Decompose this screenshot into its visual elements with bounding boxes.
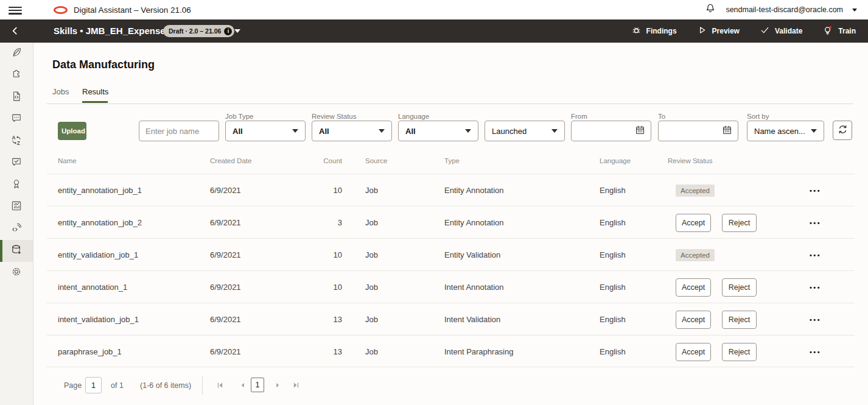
reject-button[interactable]: Reject bbox=[722, 278, 757, 297]
lightbulb-icon bbox=[822, 24, 834, 38]
table-row: intent_annotation_1 6/9/2021 10 Job Inte… bbox=[47, 270, 855, 303]
cell-type: Entity Validation bbox=[444, 239, 500, 271]
puzzle-icon bbox=[10, 68, 23, 83]
content: Data Manufacturing Jobs Results Upload J… bbox=[34, 43, 868, 405]
train-button[interactable]: Train bbox=[822, 24, 856, 38]
skill-breadcrumb-title: Skills • JMB_EH_Expenses bbox=[54, 26, 170, 36]
preview-button[interactable]: Preview bbox=[696, 24, 740, 38]
page-number-input[interactable] bbox=[85, 377, 102, 393]
reject-button[interactable]: Reject bbox=[722, 343, 757, 361]
cell-language: English bbox=[600, 271, 626, 303]
app-header: Digital Assistant – Version 21.06 sendma… bbox=[0, 0, 868, 19]
sidebar-item-resource-bundles[interactable]: AZ bbox=[0, 130, 33, 152]
cell-count: 3 bbox=[287, 206, 342, 239]
job-name-input[interactable] bbox=[139, 121, 219, 141]
cell-language: English bbox=[600, 336, 626, 368]
sidebar-item-dialog[interactable] bbox=[0, 108, 33, 130]
row-menu-icon[interactable]: ••• bbox=[810, 303, 821, 336]
sort-by-select[interactable]: Name ascen... bbox=[747, 121, 824, 141]
launch-status-value: Launched bbox=[492, 127, 527, 136]
play-icon bbox=[696, 24, 708, 38]
next-page-icon[interactable] bbox=[273, 378, 282, 392]
sidebar-item-entities[interactable] bbox=[0, 86, 33, 108]
cell-type: Entity Annotation bbox=[444, 174, 504, 206]
train-label: Train bbox=[838, 27, 856, 35]
upload-button[interactable]: Upload bbox=[58, 122, 86, 140]
cell-name: entity_annotation_job_2 bbox=[58, 206, 142, 239]
tab-results[interactable]: Results bbox=[82, 87, 108, 96]
chevron-down-icon bbox=[811, 129, 817, 133]
cell-count: 13 bbox=[287, 336, 342, 368]
language-select[interactable]: All bbox=[398, 121, 478, 141]
menu-icon[interactable] bbox=[9, 5, 22, 16]
calendar-icon[interactable] bbox=[721, 124, 733, 138]
quill-icon bbox=[10, 46, 23, 61]
skill-menu-caret-icon[interactable] bbox=[234, 29, 240, 33]
job-type-label: Job Type bbox=[225, 113, 253, 120]
pagination-divider bbox=[202, 376, 203, 395]
launch-status-select[interactable]: Launched bbox=[485, 121, 565, 141]
tab-jobs[interactable]: Jobs bbox=[52, 87, 69, 96]
row-menu-icon[interactable]: ••• bbox=[810, 336, 821, 368]
review-status-select[interactable]: All bbox=[312, 121, 392, 141]
check-icon bbox=[759, 24, 771, 38]
sidebar-item-intents[interactable] bbox=[0, 43, 33, 65]
cell-count: 13 bbox=[287, 303, 342, 336]
cell-type: Intent Paraphrasing bbox=[444, 336, 513, 368]
accept-button[interactable]: Accept bbox=[676, 311, 711, 329]
sidebar-item-skill-quality[interactable] bbox=[0, 174, 33, 196]
to-date-input[interactable] bbox=[658, 121, 738, 141]
svg-text:Z: Z bbox=[17, 140, 20, 146]
cell-created-date: 6/9/2021 bbox=[210, 239, 241, 271]
row-menu-icon[interactable]: ••• bbox=[810, 174, 821, 206]
col-header-name: Name bbox=[58, 157, 77, 164]
chevron-down-icon bbox=[551, 129, 558, 133]
refresh-button[interactable] bbox=[833, 121, 852, 140]
col-header-type: Type bbox=[444, 157, 460, 164]
row-menu-icon[interactable]: ••• bbox=[810, 271, 821, 303]
cell-source: Job bbox=[365, 336, 378, 368]
previous-page-icon[interactable] bbox=[237, 378, 247, 392]
items-range-label: (1-6 of 6 items) bbox=[140, 381, 191, 390]
sidebar-item-qna[interactable] bbox=[0, 152, 33, 174]
cell-source: Job bbox=[365, 239, 378, 271]
cell-language: English bbox=[600, 206, 626, 239]
reject-button[interactable]: Reject bbox=[722, 311, 757, 329]
sidebar-item-insights[interactable] bbox=[0, 196, 33, 218]
sidebar-item-data-manufacturing[interactable] bbox=[0, 240, 33, 262]
to-date-label: To bbox=[658, 113, 665, 120]
info-icon[interactable]: i bbox=[224, 27, 232, 35]
user-email[interactable]: sendmail-test-discard@oracle.com bbox=[726, 5, 843, 14]
findings-button[interactable]: Findings bbox=[631, 24, 677, 38]
job-type-select[interactable]: All bbox=[225, 121, 306, 141]
accept-button[interactable]: Accept bbox=[676, 343, 711, 361]
row-menu-icon[interactable]: ••• bbox=[810, 239, 821, 271]
refresh-icon bbox=[837, 124, 849, 137]
row-menu-icon[interactable]: ••• bbox=[810, 206, 821, 239]
app-title: Digital Assistant – Version 21.06 bbox=[74, 5, 191, 15]
version-badge[interactable]: Draft · 2.0 – 21.06 i bbox=[163, 25, 234, 37]
back-button[interactable] bbox=[9, 25, 21, 37]
validate-button[interactable]: Validate bbox=[759, 24, 802, 38]
sidebar-item-channels[interactable] bbox=[0, 218, 33, 240]
job-type-value: All bbox=[233, 127, 243, 136]
sidebar-item-skill-components[interactable] bbox=[0, 65, 33, 86]
chart-icon bbox=[10, 200, 23, 214]
cell-source: Job bbox=[365, 174, 378, 206]
last-page-icon[interactable] bbox=[291, 378, 301, 392]
reject-button[interactable]: Reject bbox=[722, 214, 757, 232]
preview-label: Preview bbox=[712, 27, 740, 35]
first-page-icon[interactable] bbox=[215, 378, 225, 392]
from-date-input[interactable] bbox=[571, 121, 651, 141]
cell-count: 10 bbox=[287, 174, 342, 206]
user-menu-caret-icon[interactable] bbox=[852, 9, 857, 12]
sidebar-item-settings[interactable] bbox=[0, 262, 33, 284]
notifications-bell-icon[interactable] bbox=[704, 2, 716, 17]
cell-source: Job bbox=[365, 206, 378, 239]
review-status-value: All bbox=[319, 127, 329, 136]
accept-button[interactable]: Accept bbox=[676, 214, 711, 232]
current-page-indicator[interactable]: 1 bbox=[251, 378, 264, 392]
accept-button[interactable]: Accept bbox=[676, 278, 711, 297]
status-badge: Accepted bbox=[676, 185, 715, 197]
calendar-icon[interactable] bbox=[634, 124, 646, 138]
